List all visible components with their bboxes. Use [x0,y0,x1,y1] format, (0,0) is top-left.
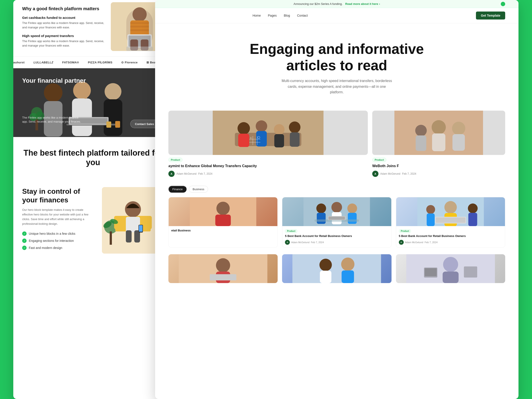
article-1-avatar-initials: A [171,173,172,175]
article-2-avatar-initials: A [374,173,376,175]
control-image [102,187,164,254]
feature-2-desc: The Finitex app works like a modern fina… [22,39,106,48]
article-2-meta: A Adam McGerund Feb 7, 2024 [372,171,505,177]
svg-point-74 [348,204,357,213]
contact-sales-label: Contact Sales [135,122,154,126]
svg-rect-68 [215,215,231,226]
lower-card-3-avatar: A [399,240,404,245]
navigation: Home Pages Blog Contact Get Template [155,8,519,23]
lower-card-2-tag: Product [285,229,297,233]
announce-link[interactable]: Read more about it here › [345,2,380,6]
partner-title: Your financial partner [22,77,86,84]
svg-point-14 [44,83,63,102]
svg-point-98 [443,257,458,272]
check-icon-3: ✓ [22,246,27,250]
article-2-author: Adam McGerund [380,172,400,175]
svg-point-64 [452,122,465,135]
svg-rect-53 [253,136,253,145]
filter-finance[interactable]: Finance [168,186,187,193]
svg-rect-52 [290,132,300,147]
nav-links: Home Pages Blog Contact [253,14,308,17]
filter-business[interactable]: Business [189,186,208,193]
svg-rect-91 [210,274,236,280]
svg-point-45 [238,122,250,135]
svg-point-2 [133,7,147,21]
svg-point-95 [341,257,355,271]
svg-rect-83 [436,218,465,223]
article-1-date: Feb 7, 2024 [198,172,213,175]
svg-rect-99 [443,271,458,283]
lower-card-3-meta: A Adam McGetund Feb 7, 2024 [399,240,502,245]
feature-1-desc: The Finitex app works like a modern fina… [22,21,106,30]
hero-description: Multi-currency accounts, high speed inte… [281,78,392,95]
check-icon-2: ✓ [22,238,27,243]
lower-card-3-initials: A [400,241,402,243]
article-1-meta: A Adam McGerund Feb 7, 2024 [168,171,368,177]
svg-rect-50 [274,134,284,148]
svg-rect-94 [320,271,331,283]
lower-card-1-title: etail Business [171,229,275,232]
filter-tags: Finance Business [155,181,519,195]
article-1-tag: Product [168,158,183,162]
lower-card-3-date: Feb 7, 2024 [424,241,438,244]
feature-item-1: ✓ Unique hero blocks in a few clicks [22,232,93,236]
brand-lullabellz: LULLABELLZ [33,61,53,64]
svg-rect-102 [464,266,477,277]
svg-rect-56 [249,142,260,142]
svg-rect-78 [329,217,345,220]
svg-point-49 [274,124,285,135]
lower-card-2: Product 5 Best Bank Account for Retail B… [282,197,391,248]
hero-title: Engaging and informative articles to rea… [248,41,425,74]
partner-section: Your financial partner The Finitex app w… [13,68,173,137]
svg-rect-96 [342,270,354,283]
svg-rect-54 [257,136,258,145]
lower-card-3-author: Adam McGetund [405,241,424,244]
nav-blog[interactable]: Blog [284,14,290,17]
get-template-button[interactable]: Get Template [476,12,505,19]
lower-card-1: etail Business [168,197,278,248]
lower-card-2-initials: A [287,241,288,243]
bottom-img-1 [168,254,278,283]
partner-desc: The Finitex app works like a modern fina… [22,116,84,124]
svg-point-67 [216,202,230,215]
lower-articles: etail Business [155,195,519,254]
svg-rect-24 [106,122,111,128]
nav-pages[interactable]: Pages [268,14,277,17]
announce-dot [501,2,505,6]
nav-home[interactable]: Home [253,14,261,17]
svg-rect-36 [126,217,140,232]
svg-rect-6 [130,29,149,31]
svg-rect-87 [468,213,477,226]
article-2-date: Feb 7, 2024 [402,172,416,175]
svg-rect-48 [256,131,267,147]
svg-point-62 [415,125,427,136]
svg-point-72 [331,202,342,212]
feature-2-title: High speed of payment transfers [22,34,106,38]
svg-rect-85 [426,213,435,226]
check-icon-1: ✓ [22,232,27,236]
nav-contact[interactable]: Contact [297,14,308,17]
svg-rect-71 [317,213,326,224]
svg-rect-63 [416,135,426,151]
feature-label-1: Unique hero blocks in a few clicks [29,232,75,235]
article-card-2: Product WeBoth Joins F A Adam McGerund F… [372,111,505,177]
lower-card-3: Product 5 Best Bank Account for Retail B… [396,197,505,248]
svg-rect-25 [115,121,120,128]
control-desc: Our hero block template makes it easy to… [22,208,93,226]
svg-rect-61 [432,134,445,151]
article-1-title: aymint to Enhance Global Money Transfers… [168,164,368,168]
article-2-avatar: A [372,171,379,177]
svg-rect-65 [452,134,465,151]
lower-card-2-avatar: A [285,240,290,245]
feature-label-2: Engaging sections for interaction [29,239,74,243]
svg-text:X: X [250,136,252,140]
announce-link-text: Read more about it here [345,2,378,6]
svg-rect-92 [292,254,381,283]
right-panel: Announcing our $2m Series A funding. Rea… [155,0,519,399]
lower-card-2-author: Adam McGetund [291,241,310,244]
svg-point-86 [468,204,477,213]
fintech-title: The best fintech platform tailored for y… [22,148,164,167]
svg-rect-37 [126,230,132,243]
svg-point-70 [317,204,326,213]
feature-1-title: Get cashbacks funded to account [22,16,106,19]
